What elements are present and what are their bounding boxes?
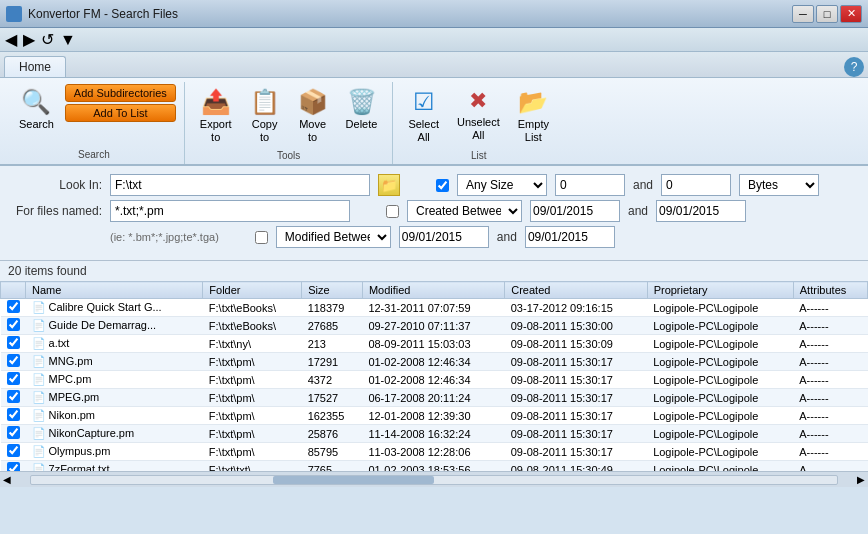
empty-list-button[interactable]: 📂 EmptyList bbox=[511, 84, 556, 148]
add-subdirectories-button[interactable]: Add Subdirectories bbox=[65, 84, 176, 102]
row-folder: F:\txt\txt\ bbox=[203, 461, 302, 472]
row-modified: 11-14-2008 16:32:24 bbox=[362, 425, 504, 443]
created-filter-select[interactable]: Created Between bbox=[407, 200, 522, 222]
row-name: 📄 Calibre Quick Start G... bbox=[26, 299, 203, 317]
col-check bbox=[1, 282, 26, 299]
col-name[interactable]: Name bbox=[26, 282, 203, 299]
row-checkbox[interactable] bbox=[7, 300, 20, 313]
file-icon: 📄 bbox=[32, 301, 46, 313]
row-proprietary: Logipole-PC\Logipole bbox=[647, 335, 793, 353]
created-date1-input[interactable] bbox=[530, 200, 620, 222]
dropdown-button[interactable]: ▼ bbox=[59, 30, 77, 50]
row-modified: 12-01-2008 12:39:30 bbox=[362, 407, 504, 425]
forward-button[interactable]: ▶ bbox=[22, 29, 36, 50]
size-filter-select[interactable]: Any Size bbox=[457, 174, 547, 196]
ribbon-group-list-content: ☑ SelectAll ✖ UnselectAll 📂 EmptyList bbox=[401, 84, 556, 148]
modified-between-checkbox[interactable] bbox=[255, 231, 268, 244]
table-row[interactable]: 📄 7zFormat.txt F:\txt\txt\ 7765 01-02-20… bbox=[1, 461, 868, 472]
row-attributes: A------ bbox=[793, 461, 867, 472]
any-size-checkbox[interactable] bbox=[436, 179, 449, 192]
look-in-input[interactable] bbox=[110, 174, 370, 196]
table-row[interactable]: 📄 Guide De Demarrag... F:\txt\eBooks\ 27… bbox=[1, 317, 868, 335]
table-row[interactable]: 📄 MNG.pm F:\txt\pm\ 17291 01-02-2008 12:… bbox=[1, 353, 868, 371]
unselect-all-button[interactable]: ✖ UnselectAll bbox=[450, 84, 507, 146]
row-created: 09-08-2011 15:30:09 bbox=[505, 335, 647, 353]
table-row[interactable]: 📄 MPC.pm F:\txt\pm\ 4372 01-02-2008 12:4… bbox=[1, 371, 868, 389]
row-proprietary: Logipole-PC\Logipole bbox=[647, 299, 793, 317]
results-header: 20 items found bbox=[0, 261, 868, 281]
created-between-checkbox[interactable] bbox=[386, 205, 399, 218]
col-size[interactable]: Size bbox=[302, 282, 363, 299]
size-unit-select[interactable]: Bytes bbox=[739, 174, 819, 196]
row-checkbox[interactable] bbox=[7, 318, 20, 331]
title-bar-left: Konvertor FM - Search Files bbox=[6, 6, 178, 22]
maximize-button[interactable]: □ bbox=[816, 5, 838, 23]
row-proprietary: Logipole-PC\Logipole bbox=[647, 407, 793, 425]
move-to-button[interactable]: 📦 Moveto bbox=[291, 84, 335, 148]
table-row[interactable]: 📄 Olympus.pm F:\txt\pm\ 85795 11-03-2008… bbox=[1, 443, 868, 461]
help-button[interactable]: ? bbox=[844, 57, 864, 77]
search-button[interactable]: 🔍 Search bbox=[12, 84, 61, 135]
row-name: 📄 Guide De Demarrag... bbox=[26, 317, 203, 335]
table-row[interactable]: 📄 a.txt F:\txt\ny\ 213 08-09-2011 15:03:… bbox=[1, 335, 868, 353]
modified-filter-select[interactable]: Modified Between bbox=[276, 226, 391, 248]
results-area: Name Folder Size Modified Created Propri… bbox=[0, 281, 868, 471]
row-checkbox[interactable] bbox=[7, 354, 20, 367]
scroll-thumb[interactable] bbox=[273, 476, 434, 484]
row-modified: 11-03-2008 12:28:06 bbox=[362, 443, 504, 461]
row-created: 09-08-2011 15:30:17 bbox=[505, 443, 647, 461]
size-min-input[interactable] bbox=[555, 174, 625, 196]
row-checkbox[interactable] bbox=[7, 462, 20, 471]
back-button[interactable]: ◀ bbox=[4, 29, 18, 50]
scroll-right-btn[interactable]: ▶ bbox=[854, 474, 868, 485]
modified-date2-input[interactable] bbox=[525, 226, 615, 248]
scroll-track[interactable] bbox=[30, 475, 838, 485]
row-created: 09-08-2011 15:30:17 bbox=[505, 371, 647, 389]
row-checkbox[interactable] bbox=[7, 336, 20, 349]
close-button[interactable]: ✕ bbox=[840, 5, 862, 23]
size-max-input[interactable] bbox=[661, 174, 731, 196]
ribbon-tabs: Home ? bbox=[0, 52, 868, 78]
folder-browse-button[interactable]: 📁 bbox=[378, 174, 400, 196]
row-checkbox[interactable] bbox=[7, 426, 20, 439]
tab-home[interactable]: Home bbox=[4, 56, 66, 77]
copy-to-button[interactable]: 📋 Copyto bbox=[243, 84, 287, 148]
delete-icon: 🗑️ bbox=[347, 88, 377, 116]
row-folder: F:\txt\ny\ bbox=[203, 335, 302, 353]
export-button[interactable]: 📤 Exportto bbox=[193, 84, 239, 148]
add-to-list-button[interactable]: Add To List bbox=[65, 104, 176, 122]
quick-access-toolbar: ◀ ▶ ↺ ▼ bbox=[0, 28, 868, 52]
table-row[interactable]: 📄 NikonCapture.pm F:\txt\pm\ 25876 11-14… bbox=[1, 425, 868, 443]
file-name-input[interactable] bbox=[110, 200, 350, 222]
ribbon-group-tools: 📤 Exportto 📋 Copyto 📦 Moveto 🗑️ Delete T… bbox=[185, 82, 394, 164]
col-folder[interactable]: Folder bbox=[203, 282, 302, 299]
row-name: 📄 MNG.pm bbox=[26, 353, 203, 371]
minimize-button[interactable]: ─ bbox=[792, 5, 814, 23]
scroll-left-btn[interactable]: ◀ bbox=[0, 474, 14, 485]
file-icon: 📄 bbox=[32, 445, 46, 457]
col-modified[interactable]: Modified bbox=[362, 282, 504, 299]
row-checkbox[interactable] bbox=[7, 408, 20, 421]
table-row[interactable]: 📄 Calibre Quick Start G... F:\txt\eBooks… bbox=[1, 299, 868, 317]
row-name: 📄 MPC.pm bbox=[26, 371, 203, 389]
created-date2-input[interactable] bbox=[656, 200, 746, 222]
row-checkbox[interactable] bbox=[7, 444, 20, 457]
row-checkbox[interactable] bbox=[7, 372, 20, 385]
modified-date1-input[interactable] bbox=[399, 226, 489, 248]
look-in-row: Look In: 📁 Any Size and Bytes bbox=[12, 174, 856, 196]
row-checkbox[interactable] bbox=[7, 390, 20, 403]
row-attributes: A------ bbox=[793, 371, 867, 389]
table-row[interactable]: 📄 Nikon.pm F:\txt\pm\ 162355 12-01-2008 … bbox=[1, 407, 868, 425]
delete-button[interactable]: 🗑️ Delete bbox=[339, 84, 385, 135]
refresh-button[interactable]: ↺ bbox=[40, 29, 55, 50]
row-attributes: A------ bbox=[793, 389, 867, 407]
col-attributes[interactable]: Attributes bbox=[793, 282, 867, 299]
table-row[interactable]: 📄 MPEG.pm F:\txt\pm\ 17527 06-17-2008 20… bbox=[1, 389, 868, 407]
col-created[interactable]: Created bbox=[505, 282, 647, 299]
horizontal-scrollbar[interactable]: ◀ ▶ bbox=[0, 471, 868, 487]
select-all-button[interactable]: ☑ SelectAll bbox=[401, 84, 446, 148]
row-folder: F:\txt\pm\ bbox=[203, 389, 302, 407]
file-table-header: Name Folder Size Modified Created Propri… bbox=[1, 282, 868, 299]
col-proprietary[interactable]: Proprietary bbox=[647, 282, 793, 299]
row-size: 118379 bbox=[302, 299, 363, 317]
